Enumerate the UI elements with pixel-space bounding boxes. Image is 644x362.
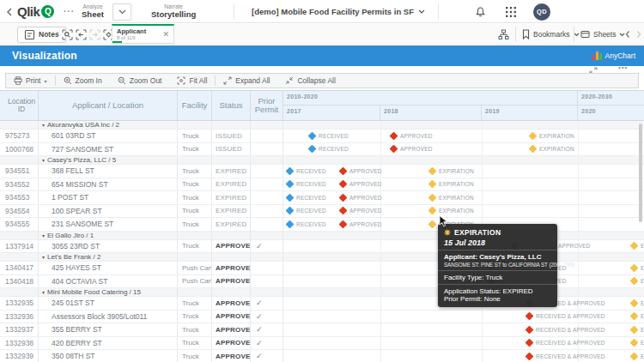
bookmarks-button[interactable]: Bookmarks	[522, 24, 580, 45]
diamond-marker-icon[interactable]	[286, 166, 295, 175]
back-button[interactable]	[5, 0, 14, 23]
timeline-marker-approved[interactable]: APPROVED	[340, 218, 382, 231]
diamond-marker-icon[interactable]	[286, 220, 295, 228]
clear-filter-button[interactable]: ✕	[158, 30, 173, 39]
print-button[interactable]: Print▾	[6, 74, 55, 87]
timeline-marker-received[interactable]: RECEIVED	[309, 130, 349, 142]
timeline-marker-received[interactable]: RECEIVED	[309, 143, 349, 156]
diamond-marker-icon[interactable]	[630, 242, 639, 250]
diamond-marker-icon[interactable]	[286, 207, 295, 215]
timeline-marker-expiration[interactable]: EXPIRATION	[631, 297, 644, 310]
sheets-button[interactable]: Sheets	[580, 24, 625, 45]
previous-sheet-button[interactable]	[624, 24, 631, 45]
collapse-triangle-icon[interactable]: ▾	[42, 232, 45, 238]
diamond-marker-icon[interactable]	[339, 180, 348, 189]
group-row[interactable]: ▾Akuranvyka USA Inc / 2	[0, 121, 644, 130]
table-row[interactable]: 934554100 SPEAR STTruckEXPIREDRECEIVEDAP…	[0, 205, 644, 219]
column-header-prior-permit[interactable]: Prior Permit	[251, 91, 283, 120]
timeline-marker-received[interactable]: RECEIVED	[287, 218, 326, 231]
table-row[interactable]: 975273601 03RD STTruckISSUEDRECEIVEDAPPR…	[0, 130, 644, 143]
timeline-marker-received[interactable]: RECEIVED	[287, 205, 326, 218]
diamond-marker-icon[interactable]	[630, 277, 639, 286]
diamond-marker-icon[interactable]	[428, 166, 437, 175]
anychart-credit[interactable]: AnyChart	[592, 45, 635, 66]
timeline-marker-approved[interactable]: APPROVED	[340, 178, 382, 191]
timeline-marker-expiration[interactable]: EXPIRATION	[631, 337, 644, 350]
step-forward-button[interactable]	[89, 24, 100, 45]
fit-all-button[interactable]: Fit All	[169, 74, 215, 87]
qlik-logo[interactable]: Qlik Q	[17, 0, 54, 23]
tab-narrate-storytelling[interactable]: Narrate Storytelling	[151, 0, 196, 23]
timeline-marker-expiration[interactable]: EXPIRATION	[429, 165, 474, 178]
collapse-triangle-icon[interactable]: ▾	[42, 157, 45, 163]
diamond-marker-icon[interactable]	[630, 352, 639, 360]
diamond-marker-icon[interactable]	[526, 352, 534, 360]
table-row[interactable]: 1000768727 SANSOME STTruckISSUEDRECEIVED…	[0, 143, 644, 157]
zoom-out-button[interactable]: Zoom Out	[110, 74, 170, 87]
next-sheet-button[interactable]	[635, 24, 642, 45]
table-row[interactable]: 9345531 POST STTruckEXPIREDRECEIVEDAPPRO…	[0, 191, 644, 205]
diamond-marker-icon[interactable]	[630, 312, 639, 321]
table-row[interactable]: 1332938420 BERRY STTruckAPPROVED✓RECEIVE…	[0, 337, 644, 351]
timeline-marker-expiration[interactable]: EXPIRATION	[429, 178, 474, 191]
object-menu-button[interactable]: •••	[618, 63, 628, 71]
column-header-status[interactable]: Status	[212, 91, 251, 120]
timeline-marker-expiration[interactable]: EXPIRATION	[429, 191, 474, 204]
table-row[interactable]: 1332937355 BERRY STTruckAPPROVED✓RECEIVE…	[0, 323, 644, 337]
diamond-marker-icon[interactable]	[630, 263, 639, 272]
table-row[interactable]: 934551368 FELL STTruckEXPIREDRECEIVEDAPP…	[0, 165, 644, 178]
timeline-marker-expiration[interactable]: EXPIRATION	[631, 240, 644, 253]
diamond-marker-icon[interactable]	[308, 145, 317, 154]
timeline-marker-expiration[interactable]: EXPIRATION	[631, 350, 644, 362]
expand-all-button[interactable]: Expand All	[216, 74, 277, 87]
timeline-marker-expiration[interactable]: EXPIRATION	[530, 130, 574, 142]
diamond-marker-icon[interactable]	[526, 325, 534, 334]
tab-analyze-sheet[interactable]: Analyze Sheet	[82, 0, 104, 23]
diamond-marker-icon[interactable]	[630, 299, 639, 307]
vertical-scrollbar[interactable]	[639, 124, 642, 222]
collapse-triangle-icon[interactable]: ▾	[42, 289, 45, 295]
notifications-button[interactable]	[475, 0, 486, 23]
timeline-marker-received-approved[interactable]: RECEIVED & APPROVED	[526, 323, 605, 336]
timeline-marker-approved[interactable]: APPROVED	[340, 205, 382, 218]
diamond-marker-icon[interactable]	[529, 131, 538, 140]
timeline-marker-received[interactable]: RECEIVED	[287, 191, 326, 204]
diamond-marker-icon[interactable]	[286, 193, 295, 202]
timeline-marker-approved[interactable]: APPROVED	[340, 165, 382, 178]
diamond-marker-icon[interactable]	[390, 131, 398, 140]
timeline-marker-approved[interactable]: APPROVED	[340, 191, 382, 204]
collapse-triangle-icon[interactable]: ▾	[42, 122, 45, 128]
zoom-in-button[interactable]: Zoom In	[56, 74, 110, 87]
timeline-marker-expiration[interactable]: EXPIRATION	[429, 205, 474, 218]
table-row[interactable]: 1332939350 08TH STTruckAPPROVED✓RECEIVED…	[0, 350, 644, 362]
diamond-marker-icon[interactable]	[286, 180, 295, 189]
timeline-marker-received-approved[interactable]: RECEIVED & APPROVED	[526, 311, 605, 323]
collapse-all-button[interactable]: Collapse All	[277, 74, 343, 87]
user-avatar[interactable]: QD	[533, 3, 550, 21]
timeline-marker-approved[interactable]: APPROVED	[391, 130, 433, 142]
timeline-marker-expiration[interactable]: EXPIRATION	[631, 262, 644, 275]
timeline-marker-received[interactable]: RECEIVED	[287, 165, 326, 178]
timeline-marker-received-approved[interactable]: RECEIVED & APPROVED	[526, 337, 605, 350]
insights-button[interactable]	[498, 24, 509, 45]
diamond-marker-icon[interactable]	[526, 339, 534, 347]
timeline-marker-received[interactable]: RECEIVED	[287, 178, 326, 191]
diamond-marker-icon[interactable]	[428, 220, 437, 228]
step-back-button[interactable]	[76, 24, 87, 45]
diamond-marker-icon[interactable]	[428, 207, 437, 215]
notes-button[interactable]: Notes	[17, 27, 66, 43]
timeline-marker-expiration[interactable]: EXPIRATION	[631, 311, 644, 323]
filter-chip-applicant[interactable]: Applicant 8 of 119 ✕	[112, 24, 174, 44]
diamond-marker-icon[interactable]	[428, 180, 437, 189]
column-header-facility[interactable]: Facility	[178, 91, 212, 120]
timeline-marker-approved[interactable]: APPROVED	[391, 143, 433, 156]
diamond-marker-icon[interactable]	[339, 207, 348, 215]
group-row[interactable]: ▾Casey's Pizza, LLC / 5	[0, 156, 644, 165]
diamond-marker-icon[interactable]	[526, 312, 534, 321]
timeline-marker-received-approved[interactable]: RECEIVED & APPROVED	[526, 350, 605, 362]
sheet-dropdown-button[interactable]	[112, 3, 131, 21]
column-header-location-id[interactable]: Location ID	[0, 91, 39, 120]
table-row[interactable]: 1332936Assessors Block 3905/Lot011TruckA…	[0, 311, 644, 324]
diamond-marker-icon[interactable]	[630, 339, 639, 347]
smart-search-button[interactable]	[62, 24, 73, 45]
